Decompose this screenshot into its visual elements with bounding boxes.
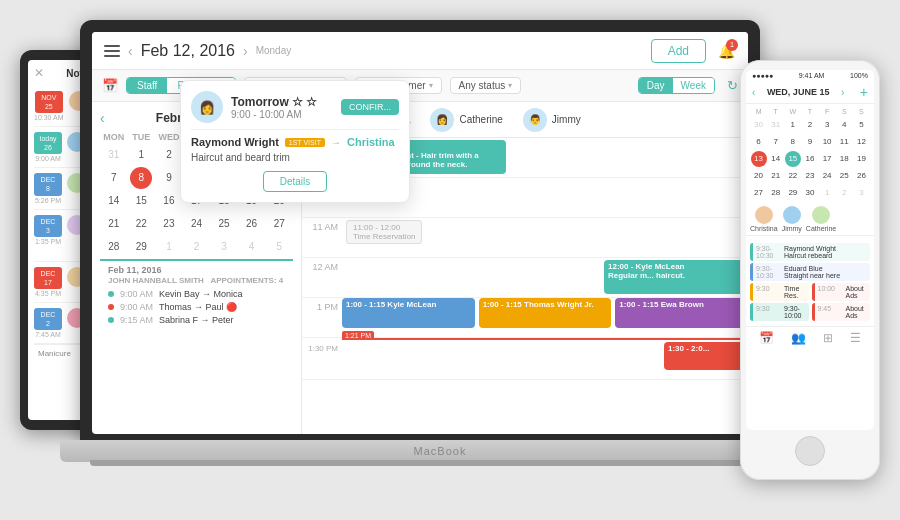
- phone-day[interactable]: 14: [768, 151, 784, 167]
- next-date-btn[interactable]: ›: [243, 43, 248, 59]
- phone-day[interactable]: 24: [819, 168, 835, 184]
- add-button[interactable]: Add: [651, 39, 706, 63]
- phone-day[interactable]: 19: [853, 151, 869, 167]
- cal-day[interactable]: 14: [103, 190, 125, 212]
- details-button[interactable]: Details: [302, 171, 327, 192]
- cal-day[interactable]: 29: [130, 236, 152, 258]
- phone-nav-grid-icon[interactable]: ⊞: [823, 331, 833, 345]
- day-view-btn[interactable]: Day: [639, 78, 673, 93]
- phone-appt-block[interactable]: 9:45 About Ads: [812, 303, 871, 321]
- macbook: ‹ Feb 12, 2016 › Monday Add 1: [80, 20, 760, 480]
- cal-day[interactable]: 23: [158, 213, 180, 235]
- phone-nav-settings-icon[interactable]: ☰: [850, 331, 861, 345]
- hamburger-icon[interactable]: [104, 45, 120, 57]
- phone-appt-block[interactable]: 9:30 9:30-10:00: [750, 303, 809, 321]
- staff-tab[interactable]: Staff: [127, 78, 167, 93]
- cal-day[interactable]: 2: [158, 144, 180, 166]
- cal-day[interactable]: 25: [213, 213, 235, 235]
- phone-day[interactable]: 17: [819, 151, 835, 167]
- cal-day[interactable]: 1: [158, 236, 180, 258]
- phone-day[interactable]: 22: [785, 168, 801, 184]
- phone-add-btn[interactable]: +: [860, 84, 868, 100]
- phone-day[interactable]: 2: [836, 185, 852, 201]
- cal-day[interactable]: 3: [213, 236, 235, 258]
- phone-appt-info: 9:30-10:00: [784, 305, 806, 319]
- phone-day[interactable]: 5: [853, 117, 869, 133]
- phone-day[interactable]: 31: [768, 117, 784, 133]
- phone-day[interactable]: 23: [802, 168, 818, 184]
- cal-day[interactable]: 2: [185, 236, 207, 258]
- phone-day[interactable]: 1: [785, 117, 801, 133]
- cal-day[interactable]: 16: [158, 190, 180, 212]
- cal-day[interactable]: 21: [103, 213, 125, 235]
- phone-day[interactable]: 7: [768, 134, 784, 150]
- phone-day[interactable]: 6: [751, 134, 767, 150]
- phone-day[interactable]: 21: [768, 168, 784, 184]
- phone-day[interactable]: 29: [785, 185, 801, 201]
- phone-day[interactable]: 2: [802, 117, 818, 133]
- appt-list-item[interactable]: 9:00 AM Kevin Bay → Monica: [108, 289, 285, 299]
- cal-day[interactable]: 31: [103, 144, 125, 166]
- cal-day[interactable]: 9: [158, 167, 180, 189]
- cal-day[interactable]: 4: [241, 236, 263, 258]
- phone-nav-clients-icon[interactable]: 👥: [791, 331, 806, 345]
- phone-nav-calendar-icon[interactable]: 📅: [759, 331, 774, 345]
- cal-day[interactable]: 22: [130, 213, 152, 235]
- week-view-btn[interactable]: Week: [673, 78, 714, 93]
- cal-day[interactable]: 7: [103, 167, 125, 189]
- appt-block-last[interactable]: 1:30 - 2:0...: [664, 342, 744, 370]
- phone-appt-block[interactable]: 9:30-10:30 Raymond WrightHaircut rebeard: [750, 243, 870, 261]
- phone-day[interactable]: 30: [802, 185, 818, 201]
- appt-block-kyle2[interactable]: 1:00 - 1:15 Kyle McLean: [342, 298, 475, 328]
- cal-day[interactable]: 5: [268, 236, 290, 258]
- phone-appt-block[interactable]: 10:00 About Ads: [812, 283, 871, 301]
- phone-appt-block[interactable]: 9:30 Time Res.: [750, 283, 809, 301]
- status-filter-dropdown[interactable]: Any status ▾: [450, 77, 522, 94]
- phone-day[interactable]: 1: [819, 185, 835, 201]
- phone-day[interactable]: 3: [819, 117, 835, 133]
- phone-day[interactable]: 3: [853, 185, 869, 201]
- phone-home-button[interactable]: [795, 436, 825, 466]
- cal-day[interactable]: 27: [268, 213, 290, 235]
- phone-day[interactable]: 4: [836, 117, 852, 133]
- phone-day[interactable]: 9: [802, 134, 818, 150]
- appt-block-ewa[interactable]: 1:00 - 1:15 Ewa Brown: [615, 298, 748, 328]
- close-icon[interactable]: ✕: [34, 66, 44, 80]
- phone-day[interactable]: 26: [853, 168, 869, 184]
- popup-divider: [302, 129, 399, 130]
- phone-day[interactable]: 30: [751, 117, 767, 133]
- phone-day[interactable]: 18: [836, 151, 852, 167]
- phone-day[interactable]: 11: [836, 134, 852, 150]
- cal-day-today[interactable]: 8: [130, 167, 152, 189]
- phone-day[interactable]: 20: [751, 168, 767, 184]
- phone-week-3: 13 14 15 16 17 18 19: [750, 151, 870, 167]
- phone-day[interactable]: 12: [853, 134, 869, 150]
- cal-day[interactable]: 1: [130, 144, 152, 166]
- prev-date-btn[interactable]: ‹: [128, 43, 133, 59]
- time-row-130pm: 1:30 PM 1:30 - 2:0...: [302, 340, 748, 380]
- phone-day[interactable]: 16: [802, 151, 818, 167]
- phone-appt-block[interactable]: 9:30-10:30 Eduard BlueStraight near here: [750, 263, 870, 281]
- refresh-icon[interactable]: ↻: [727, 78, 738, 93]
- appt-block-kyle[interactable]: 12:00 - Kyle McLean Regular m... haircut…: [604, 260, 744, 294]
- phone-day-selected[interactable]: 15: [785, 151, 801, 167]
- appt-block-thomas[interactable]: 1:00 - 1:15 Thomas Wright Jr.: [479, 298, 612, 328]
- cal-day[interactable]: 15: [130, 190, 152, 212]
- phone-prev-btn[interactable]: ‹: [752, 87, 755, 98]
- phone-day[interactable]: 8: [785, 134, 801, 150]
- phone-day-today[interactable]: 13: [751, 151, 767, 167]
- phone-day[interactable]: 10: [819, 134, 835, 150]
- cal-day[interactable]: 26: [241, 213, 263, 235]
- time-reservation-block[interactable]: 11:00 - 12:00Time Reservation: [346, 220, 422, 244]
- phone-day[interactable]: 28: [768, 185, 784, 201]
- appt-list-item[interactable]: 9:00 AM Thomas → Paul 🔴: [108, 302, 285, 312]
- prev-month-btn[interactable]: ‹: [100, 110, 105, 126]
- phone-next-btn[interactable]: ›: [841, 87, 844, 98]
- phone-day[interactable]: 25: [836, 168, 852, 184]
- appt-list-item[interactable]: 9:15 AM Sabrina F → Peter: [108, 315, 285, 325]
- phone-day[interactable]: 27: [751, 185, 767, 201]
- cal-day[interactable]: 24: [185, 213, 207, 235]
- cal-day[interactable]: 28: [103, 236, 125, 258]
- confirm-button[interactable]: CONFIR...: [341, 102, 399, 115]
- bell-icon[interactable]: 1: [716, 41, 736, 61]
